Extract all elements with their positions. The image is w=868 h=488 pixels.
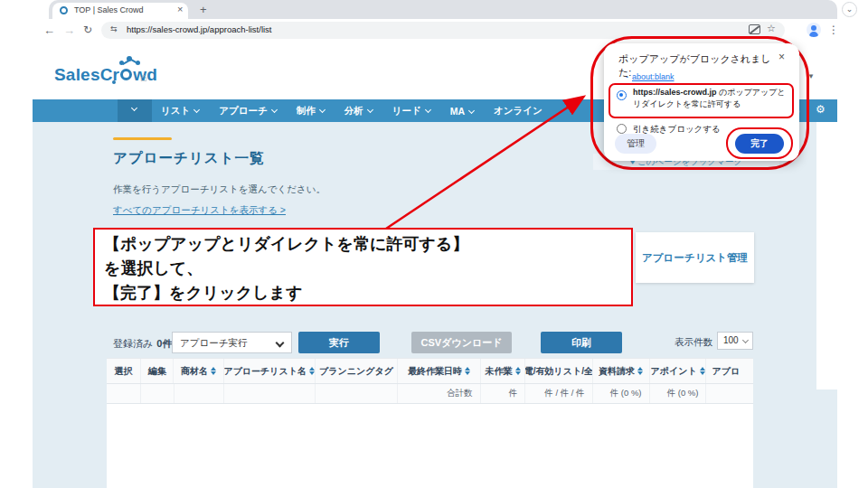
table-header-row: 選択 編集 商材名 アプローチリスト名 プランニングタグ 最終作業日時 未作業 …: [107, 358, 753, 384]
chevron-down-icon: [742, 337, 749, 343]
new-tab-button[interactable]: +: [200, 3, 207, 16]
sort-icon[interactable]: [465, 367, 470, 376]
nav-items: リスト アプローチ 制作 分析 リード MA オンライン: [161, 99, 542, 122]
col-planning-tag: プランニングタグ: [316, 359, 399, 383]
collapse-chevron-icon[interactable]: ⌄: [842, 2, 857, 17]
chevron-down-icon: [271, 106, 278, 112]
tab-title: TOP | Sales Crowd: [74, 5, 144, 14]
chevron-down-icon: [276, 339, 285, 348]
nav-item-ma[interactable]: MA: [450, 106, 474, 117]
chevron-down-icon: [367, 106, 373, 112]
col-edit: 編集: [141, 359, 174, 383]
annotation-line: を選択して、: [104, 257, 622, 281]
chevron-down-icon: [193, 106, 200, 112]
blocked-popup-link[interactable]: -about:blank: [626, 72, 675, 81]
col-select: 選択: [107, 359, 141, 383]
annotation-highlight-allow: [609, 83, 794, 118]
show-all-link[interactable]: すべてのアプローチリストを表示する >: [113, 204, 286, 217]
heading-accent-line: [113, 137, 172, 140]
radio-keep-blocking[interactable]: [617, 124, 627, 134]
col-call-ratio: 架電/有効リスト/全体: [525, 359, 592, 383]
approach-action-select[interactable]: アプローチ実行: [172, 332, 292, 353]
tab-favicon-icon: [60, 6, 68, 14]
tab-close-icon[interactable]: ×: [177, 4, 183, 14]
col-appointment[interactable]: アポイント: [650, 359, 707, 383]
bookmark-star-icon[interactable]: ☆: [767, 23, 776, 34]
logo-ring-icon: [120, 69, 132, 80]
col-list-name[interactable]: アプローチリスト名: [224, 359, 316, 383]
chevron-down-icon: [319, 106, 326, 112]
annotation-instruction-box: 【ポップアップとリダイレクトを常に許可する】 を選択して、 【完了】をクリックし…: [93, 228, 633, 306]
url-text[interactable]: https://sales-crowd.jp/approach-list/lis…: [127, 24, 272, 34]
screenshot-root: TOP | Sales Crowd × + ← → ↻ ⇆ https://sa…: [0, 0, 868, 488]
link-bullet: -: [626, 72, 628, 81]
summary-request: 件 (0 %): [593, 384, 650, 403]
profile-avatar[interactable]: [807, 23, 821, 37]
col-approach: アプロ: [706, 359, 753, 383]
logo-node-icon: [112, 80, 116, 84]
annotation-line: 【ポップアップとリダイレクトを常に許可する】: [104, 232, 622, 257]
summary-appointment: 件 (0 %): [650, 384, 707, 403]
print-button[interactable]: 印刷: [541, 332, 622, 353]
registered-count: 登録済み0件: [113, 337, 172, 351]
run-button[interactable]: 実行: [298, 332, 380, 353]
gear-icon[interactable]: ⚙: [816, 103, 826, 116]
chevron-down-icon: [425, 106, 431, 112]
per-page-label: 表示件数: [675, 336, 712, 349]
annotation-highlight-done: [726, 127, 793, 159]
sort-icon[interactable]: [211, 367, 216, 376]
nav-item-approach[interactable]: アプローチ: [219, 105, 276, 117]
popup-blocked-dialog: ポップアップがブロックされました: × -about:blank https:/…: [604, 43, 799, 161]
forward-icon: →: [63, 23, 75, 37]
nav-collapsed-menu[interactable]: [118, 99, 152, 122]
summary-unworked: 件: [481, 384, 526, 403]
nav-item-analysis[interactable]: 分析: [344, 105, 373, 117]
home-icon[interactable]: ⌂: [140, 70, 147, 84]
chevron-down-icon: [468, 107, 475, 113]
page-title: アプローチリスト一覧: [113, 149, 265, 168]
sort-icon[interactable]: [515, 367, 521, 376]
approach-list-manage-button[interactable]: アプローチリスト管理: [636, 232, 754, 283]
chevron-down-icon: [131, 105, 137, 111]
col-doc-request[interactable]: 資料請求: [593, 359, 650, 383]
per-page-select[interactable]: 100: [717, 332, 753, 350]
right-margin: [816, 122, 844, 389]
site-settings-icon[interactable]: ⇆: [110, 24, 118, 33]
reload-icon[interactable]: ↻: [83, 23, 92, 36]
nav-item-list[interactable]: リスト: [161, 105, 199, 117]
page-description: 作業を行うアプローチリストを選んでください。: [113, 183, 326, 196]
close-icon[interactable]: ×: [778, 51, 785, 63]
logo-text-left: SalesCr: [54, 65, 119, 84]
browser-menu-icon[interactable]: ⋮: [828, 23, 839, 36]
popup-blocked-icon[interactable]: [749, 24, 760, 34]
manage-button[interactable]: 管理: [615, 134, 656, 154]
nav-item-production[interactable]: 制作: [297, 105, 325, 117]
annotation-line: 【完了】をクリックします: [104, 281, 622, 305]
sort-icon[interactable]: [309, 367, 315, 376]
summary-total-label: 合計数: [398, 384, 480, 403]
approach-list-table: 選択 編集 商材名 アプローチリスト名 プランニングタグ 最終作業日時 未作業 …: [107, 358, 753, 488]
col-product[interactable]: 商材名: [174, 359, 223, 383]
col-unworked[interactable]: 未作業: [481, 359, 526, 383]
nav-item-online[interactable]: オンライン: [494, 105, 542, 117]
col-last-worked[interactable]: 最終作業日時: [398, 359, 481, 383]
sort-icon[interactable]: [637, 367, 643, 376]
nav-item-lead[interactable]: リード: [392, 105, 430, 117]
back-icon[interactable]: ←: [43, 23, 55, 37]
sort-icon[interactable]: [700, 367, 705, 376]
summary-call-ratio: 件 / 件 / 件: [525, 384, 592, 403]
table-summary-row: 合計数 件 件 / 件 / 件 件 (0 %) 件 (0 %): [107, 384, 753, 404]
csv-download-button[interactable]: CSVダウンロード: [411, 332, 512, 353]
